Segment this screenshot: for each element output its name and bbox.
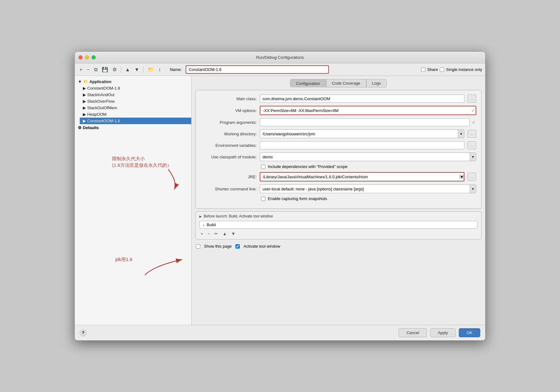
launch-remove-button[interactable]: − xyxy=(206,231,211,237)
program-args-input[interactable] xyxy=(260,118,470,126)
enable-snapshots-row: Enable capturing form snapshots xyxy=(201,196,476,201)
activate-tool-checkbox[interactable] xyxy=(235,244,240,249)
jre-wrapper: ▼ xyxy=(260,172,464,181)
launch-down-button[interactable]: ▼ xyxy=(230,231,237,237)
title-bar: Run/Debug Configurations xyxy=(75,52,485,63)
help-button[interactable]: ? xyxy=(80,329,87,336)
include-deps-row: Include dependencies with "Provided" sco… xyxy=(201,164,476,169)
separator2 xyxy=(143,67,144,73)
tree-item[interactable]: ▶ ConstantOOM-1.8 xyxy=(80,85,191,91)
include-deps-label: Include dependencies with "Provided" sco… xyxy=(268,164,348,169)
add-button[interactable]: + xyxy=(78,66,84,73)
classpath-wrapper: ▼ xyxy=(260,152,476,161)
remove-button[interactable]: − xyxy=(85,66,91,73)
share-checkbox[interactable] xyxy=(421,68,425,72)
working-dir-dropdown-icon[interactable]: ▼ xyxy=(458,130,464,138)
program-args-label: Program arguments: xyxy=(201,120,257,125)
show-page-label: Show this page xyxy=(204,244,232,249)
launch-edit-button[interactable]: ✏ xyxy=(213,231,219,237)
annotation-2: jdk用1.6 xyxy=(115,256,132,263)
main-class-row: Main class: ... xyxy=(201,95,476,103)
tab-configuration[interactable]: Configuration xyxy=(290,79,326,87)
apply-button[interactable]: Apply xyxy=(430,328,456,337)
shorten-cmd-dropdown-icon[interactable]: ▼ xyxy=(470,185,476,193)
cancel-button[interactable]: Cancel xyxy=(399,328,427,337)
vm-options-label: VM options: xyxy=(201,108,257,113)
settings-button[interactable]: ⚙ xyxy=(111,66,118,73)
env-vars-input[interactable] xyxy=(260,141,464,149)
sort-button[interactable]: ↕ xyxy=(157,66,162,73)
config-form: Main class: ... VM options: ⤢ Program ar… xyxy=(195,90,482,209)
vm-options-expand-icon[interactable]: ⤢ xyxy=(470,108,476,113)
minimize-button[interactable] xyxy=(85,55,89,59)
program-args-expand-icon[interactable]: ⤢ xyxy=(471,120,476,125)
working-dir-input[interactable] xyxy=(260,130,458,138)
working-dir-wrapper: ▼ xyxy=(260,129,464,138)
before-launch-label: Before launch: Build, Activate tool wind… xyxy=(204,214,273,218)
down-button[interactable]: ▼ xyxy=(133,66,141,73)
vm-options-input[interactable] xyxy=(260,106,470,114)
show-page-checkbox[interactable] xyxy=(196,244,200,249)
before-launch-section: ▶ Before launch: Build, Activate tool wi… xyxy=(195,211,482,240)
single-instance-checkbox[interactable] xyxy=(440,68,444,72)
close-button[interactable] xyxy=(78,55,83,59)
window-controls xyxy=(78,55,96,59)
save-button[interactable]: 💾 xyxy=(100,66,110,73)
single-instance-label: Single instance only xyxy=(446,67,482,72)
annotation-arrow-1 xyxy=(137,166,181,191)
build-label: Build xyxy=(207,222,216,227)
activate-tool-label: Activate tool window xyxy=(244,244,280,249)
build-item[interactable]: ↓ Build xyxy=(199,221,477,229)
tree-item[interactable]: ▶ StackInAndOut xyxy=(80,91,191,98)
tree-defaults[interactable]: ⚙ Defaults xyxy=(75,124,191,131)
tree-children: ▶ ConstantOOM-1.8 ▶ StackInAndOut ▶ Stac… xyxy=(80,85,191,124)
app-icon-1: ▶ xyxy=(83,86,86,91)
classpath-input[interactable] xyxy=(260,153,470,161)
enable-snapshots-checkbox[interactable] xyxy=(261,197,265,201)
shorten-cmd-wrapper: ▼ xyxy=(260,184,476,193)
tree-item[interactable]: ▶ HeapOOM xyxy=(80,111,191,118)
launch-toolbar: + − ✏ ▲ ▼ xyxy=(199,231,477,237)
tab-logs[interactable]: Logs xyxy=(366,79,387,87)
up-button[interactable]: ▲ xyxy=(124,66,132,73)
classpath-row: Use classpath of module: ▼ xyxy=(201,152,476,161)
copy-button[interactable]: ⧉ xyxy=(93,66,99,73)
folder-button[interactable]: 📁 xyxy=(146,66,155,73)
ok-button[interactable]: OK xyxy=(459,328,480,337)
tree-item[interactable]: ▶ StackOutOfMem xyxy=(80,105,191,111)
app-icon-2: ▶ xyxy=(83,92,86,97)
env-vars-dots-button[interactable]: ... xyxy=(467,141,476,149)
main-class-label: Main class: xyxy=(201,96,257,101)
launch-up-button[interactable]: ▲ xyxy=(221,231,228,237)
working-dir-label: Working directory: xyxy=(201,132,257,136)
program-args-row: Program arguments: ⤢ xyxy=(201,118,476,126)
tabs-row: Configuration Code Coverage Logs xyxy=(192,76,485,87)
app-icon-5: ▶ xyxy=(83,112,86,117)
app-folder-icon: 📁 xyxy=(83,79,88,84)
triangle-icon: ▶ xyxy=(199,215,202,218)
enable-snapshots-label: Enable capturing form snapshots xyxy=(268,196,327,201)
main-class-dots-button[interactable]: ... xyxy=(467,95,476,103)
name-input[interactable] xyxy=(186,66,328,73)
maximize-button[interactable] xyxy=(92,55,96,59)
jre-input[interactable] xyxy=(260,173,459,181)
shorten-cmd-input[interactable] xyxy=(260,185,470,193)
right-panel: Configuration Code Coverage Logs Main cl… xyxy=(192,76,485,325)
tree-item[interactable]: ▶ StackOverFlow xyxy=(80,98,191,105)
jre-dots-button[interactable]: ... xyxy=(467,173,476,181)
classpath-dropdown-icon[interactable]: ▼ xyxy=(470,153,476,161)
build-icon: ↓ xyxy=(203,222,205,227)
working-dir-dots-button[interactable]: ... xyxy=(467,130,476,138)
app-icon-6: ▶ xyxy=(83,119,86,123)
run-debug-window: Run/Debug Configurations + − ⧉ 💾 ⚙ ▲ ▼ 📁… xyxy=(74,51,486,341)
tree-application[interactable]: ▼ 📁 Application xyxy=(75,78,191,85)
tab-code-coverage[interactable]: Code Coverage xyxy=(326,79,366,87)
main-class-input[interactable] xyxy=(260,95,464,103)
vm-options-row: VM options: ⤢ xyxy=(201,106,476,115)
jre-label: JRE: xyxy=(201,175,257,179)
tree-item-selected[interactable]: ▶ ConstantOOM-1.6 xyxy=(80,118,191,124)
defaults-label: Defaults xyxy=(83,125,99,130)
launch-add-button[interactable]: + xyxy=(199,231,204,237)
jre-dropdown-icon[interactable]: ▼ xyxy=(459,175,464,179)
include-deps-checkbox[interactable] xyxy=(261,165,265,169)
